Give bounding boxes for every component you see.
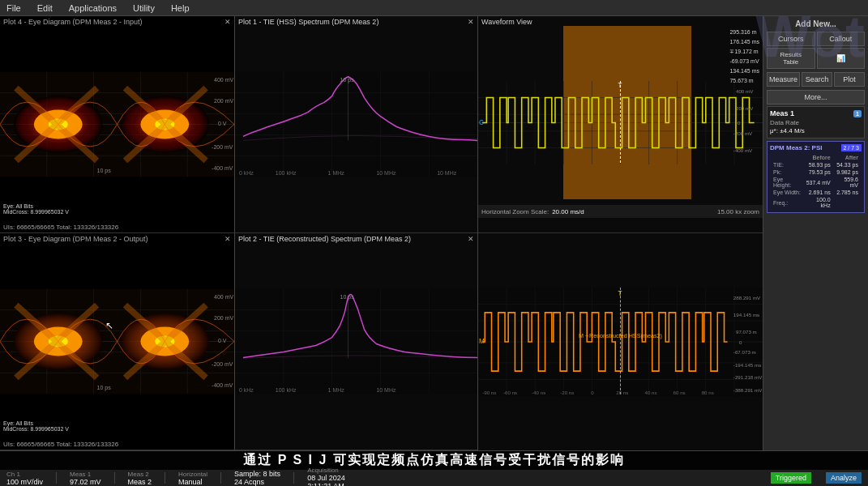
plot3-eye-panel: Plot 3 - Eye Diagram (DPM Meas 2 - Outpu… bbox=[0, 233, 234, 450]
svg-text:-60 ns: -60 ns bbox=[503, 390, 517, 395]
plot3-eye-label: Eye: All Bits bbox=[3, 420, 33, 426]
svg-text:100 kHz: 100 kHz bbox=[276, 387, 297, 393]
dpm-row-freq: Freq.: 100.0 kHz bbox=[772, 197, 860, 208]
plot3-eye-diagram: 400 mV 200 mV 0 V -200 mV -400 mV 10 ps bbox=[0, 233, 234, 450]
plot3-title: Plot 3 - Eye Diagram (DPM Meas 2 - Outpu… bbox=[3, 235, 148, 243]
svg-text:400 mV: 400 mV bbox=[214, 77, 233, 83]
plot4-eye-info: Eye: All Bits MidCross: 8.999965032 V bbox=[3, 203, 69, 215]
svg-text:288.291 mV: 288.291 mV bbox=[733, 295, 761, 301]
ch1-value: 100 mV/div bbox=[6, 478, 43, 486]
zoom-value: 20.00 ms/d bbox=[552, 208, 584, 215]
meas1-status-label: Meas 1 bbox=[70, 471, 101, 478]
svg-text:-200 mV: -200 mV bbox=[212, 144, 233, 150]
plot2-title: Plot 2 - TIE (Reconstructed) Spectrum (D… bbox=[238, 235, 411, 243]
svg-text:400 mV: 400 mV bbox=[214, 294, 233, 300]
subtitle-text: 通过 P S I J 可实现定频点仿真高速信号受干扰信号的影响 bbox=[243, 452, 625, 469]
plot3-eye-info: Eye: All Bits MidCross: 8.999965032 V bbox=[3, 420, 69, 432]
cursor-val1: 295.316 m bbox=[729, 28, 759, 37]
menu-help[interactable]: Help bbox=[168, 2, 193, 15]
more-button[interactable]: More... bbox=[767, 90, 865, 104]
svg-text:0 V: 0 V bbox=[218, 121, 227, 126]
plot2-spectrum-panel: Plot 2 - TIE (Reconstructed) Spectrum (D… bbox=[235, 233, 477, 450]
svg-text:10 MHz: 10 MHz bbox=[376, 387, 396, 393]
ch1-status: Ch 1 100 mV/div bbox=[6, 471, 43, 486]
plot2-spectrum-svg: 0 kHz 100 kHz 1 MHz 10 MHz 10 ps bbox=[235, 233, 477, 450]
date-value: 08 Jul 2024 bbox=[307, 474, 345, 482]
plot-button[interactable]: Plot bbox=[834, 72, 865, 87]
menu-edit[interactable]: Edit bbox=[34, 2, 56, 15]
svg-text:-67.073 m: -67.073 m bbox=[733, 349, 756, 355]
status-bar: Ch 1 100 mV/div Meas 1 97.02 mV Meas 2 M… bbox=[0, 470, 868, 486]
meas1-badge: 1 bbox=[853, 110, 862, 117]
divider1 bbox=[56, 472, 57, 484]
analyze-button[interactable]: Analyze bbox=[826, 472, 862, 484]
plot4-title: Plot 4 - Eye Diagram (DPM Meas 2 - Input… bbox=[3, 18, 143, 26]
meas2-status: Meas 2 Meas 2 bbox=[128, 471, 152, 486]
waveform-bottom-panel: T M M→Reconstructed HSS(meas2) 288.291 m… bbox=[478, 233, 763, 450]
horizontal-label: Horizontal bbox=[178, 471, 207, 478]
meas1-data-rate-row: Data Rate bbox=[770, 119, 862, 126]
svg-text:M→Reconstructed HSS(meas2): M→Reconstructed HSS(meas2) bbox=[579, 332, 662, 339]
svg-text:-40 ns: -40 ns bbox=[532, 390, 545, 395]
plot1-title: Plot 1 - TIE (HSS) Spectrum (DPM Meas 2) bbox=[238, 18, 378, 26]
menu-applications[interactable]: Applications bbox=[66, 2, 120, 15]
horizontal-value: Manual bbox=[178, 478, 207, 486]
cursor-val5: 134.145 ms bbox=[729, 66, 759, 76]
meas1-status: Meas 1 97.02 mV bbox=[70, 471, 101, 486]
svg-text:T: T bbox=[618, 82, 622, 89]
svg-text:20 ns: 20 ns bbox=[616, 390, 628, 395]
svg-text:80 ns: 80 ns bbox=[702, 390, 714, 395]
sidebar: Add New... Cursors Callout Results Table… bbox=[763, 16, 868, 450]
divider2 bbox=[114, 472, 115, 484]
plot3-uis: UIs: 66665/66665 Total: 133326/133326 bbox=[3, 441, 118, 448]
svg-text:0: 0 bbox=[739, 339, 742, 345]
svg-text:0 kHz: 0 kHz bbox=[239, 170, 254, 176]
dpm-title-bar: DPM Meas 2: PSI 2 / 7 3 bbox=[770, 144, 862, 151]
left-panels: Plot 4 - Eye Diagram (DPM Meas 2 - Input… bbox=[0, 16, 235, 450]
subtitle-bar: 通过 P S I J 可实现定频点仿真高速信号受干扰信号的影响 bbox=[0, 451, 868, 470]
svg-text:10 ps: 10 ps bbox=[97, 168, 112, 174]
meas1-section: Meas 1 1 Data Rate μ*: ±4.4 M/s bbox=[767, 106, 865, 139]
plot4-uis: UIs: 66665/66665 Total: 133326/133326 bbox=[3, 224, 118, 231]
menu-file[interactable]: File bbox=[3, 2, 24, 15]
svg-text:40 ns: 40 ns bbox=[644, 390, 656, 395]
svg-text:10 ps: 10 ps bbox=[340, 77, 355, 83]
cursor-val4: -69.073 mV bbox=[729, 57, 759, 66]
triggered-button[interactable]: Triggered bbox=[771, 472, 811, 484]
plot1-spectrum-panel: Plot 1 - TIE (HSS) Spectrum (DPM Meas 2)… bbox=[235, 16, 477, 233]
svg-text:M: M bbox=[479, 338, 485, 345]
menu-utility[interactable]: Utility bbox=[130, 2, 158, 15]
svg-text:0 V: 0 V bbox=[218, 338, 227, 343]
meas2-status-label: Meas 2 bbox=[128, 471, 152, 478]
cursor-val2: 176.145 ms bbox=[729, 37, 759, 47]
svg-text:200 mV: 200 mV bbox=[736, 105, 754, 111]
plot4-close[interactable]: ✕ bbox=[224, 18, 231, 26]
svg-text:60 ns: 60 ns bbox=[673, 390, 686, 395]
svg-text:-200 mV: -200 mV bbox=[212, 361, 233, 367]
dpm-row-pk: Pk: 79.53 ps 9.982 ps bbox=[772, 169, 860, 175]
svg-text:400 mV: 400 mV bbox=[736, 88, 754, 94]
plot4-eye-panel: Plot 4 - Eye Diagram (DPM Meas 2 - Input… bbox=[0, 16, 234, 233]
svg-text:100 kHz: 100 kHz bbox=[276, 170, 297, 176]
search-button[interactable]: Search bbox=[802, 72, 832, 87]
divider5 bbox=[293, 472, 294, 484]
svg-text:200 mV: 200 mV bbox=[214, 98, 233, 104]
svg-text:10 MHz: 10 MHz bbox=[376, 170, 396, 176]
plot3-close[interactable]: ✕ bbox=[224, 235, 231, 243]
measure-button[interactable]: Measure bbox=[767, 72, 800, 87]
svg-text:-291.218 mV: -291.218 mV bbox=[733, 374, 763, 380]
svg-text:-194.145 ms: -194.145 ms bbox=[733, 362, 761, 368]
zoom-scale-bar: Horizontal Zoom Scale: 20.00 ms/d 15.00 … bbox=[478, 205, 763, 218]
plot4-eye-label: Eye: All Bits bbox=[3, 203, 33, 209]
svg-text:0 kHz: 0 kHz bbox=[239, 387, 254, 393]
svg-text:10 ps: 10 ps bbox=[97, 385, 112, 391]
menubar: File Edit Applications Utility Help bbox=[0, 0, 868, 16]
plot2-close[interactable]: ✕ bbox=[468, 235, 474, 243]
plot1-close[interactable]: ✕ bbox=[468, 18, 474, 26]
meas2-status-value: Meas 2 bbox=[128, 478, 152, 486]
wot-text: Wot bbox=[755, 3, 865, 70]
svg-text:1 MHz: 1 MHz bbox=[328, 387, 345, 393]
svg-rect-44 bbox=[235, 72, 477, 177]
svg-text:T: T bbox=[618, 290, 622, 297]
svg-text:1 MHz: 1 MHz bbox=[328, 170, 345, 176]
